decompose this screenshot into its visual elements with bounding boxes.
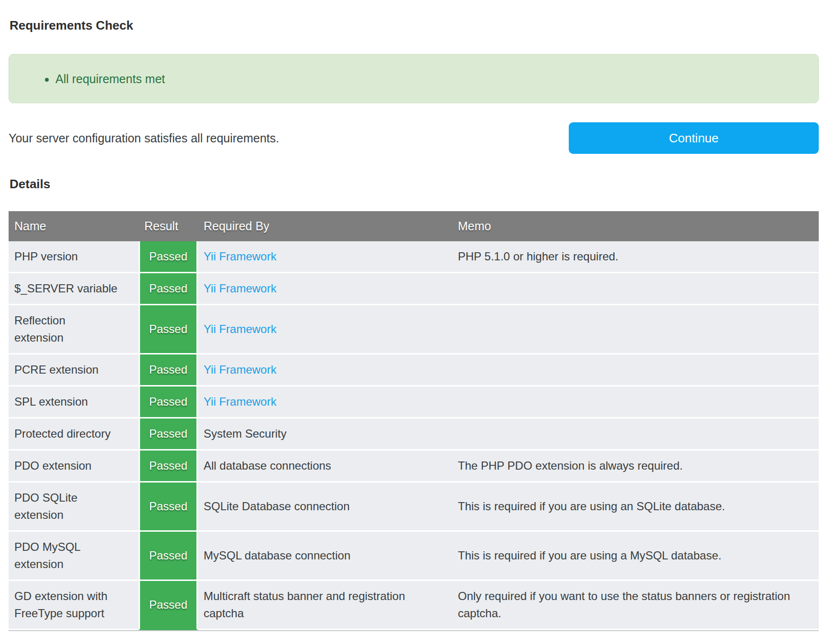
result-badge: Passed (139, 532, 198, 581)
required-by: MySQL database connection (204, 549, 350, 562)
column-header-result: Result (139, 211, 198, 241)
memo (452, 305, 819, 354)
column-header-name: Name (9, 211, 139, 241)
result-badge: Passed (139, 483, 198, 532)
memo (452, 354, 819, 386)
requirement-name: PHP version (9, 241, 139, 273)
required-by: Multicraft status banner and registratio… (204, 590, 405, 620)
summary-text: Your server configuration satisfies all … (9, 131, 279, 145)
required-by-link[interactable]: Yii Framework (204, 395, 276, 408)
required-by: All database connections (204, 459, 331, 472)
table-row: PDO SQLiteextension Passed SQLite Databa… (9, 483, 819, 532)
result-badge: Passed (139, 305, 198, 354)
column-header-required-by: Required By (198, 211, 452, 241)
memo: Only required if you want to use the sta… (452, 581, 819, 630)
table-row: Reflectionextension Passed Yii Framework (9, 305, 819, 354)
requirement-name: PCRE extension (9, 354, 139, 386)
requirement-name: GD extension withFreeType support (9, 581, 139, 630)
result-badge: Passed (139, 241, 198, 273)
requirement-name: Protected directory (9, 419, 139, 451)
result-badge: Passed (139, 451, 198, 483)
table-row: PDO extension Passed All database connec… (9, 451, 819, 483)
required-by: System Security (204, 427, 286, 440)
summary-row: Your server configuration satisfies all … (9, 122, 819, 154)
column-header-memo: Memo (452, 211, 819, 241)
result-badge: Passed (139, 354, 198, 386)
result-badge: Passed (139, 386, 198, 419)
table-row: $_SERVER variable Passed Yii Framework (9, 273, 819, 305)
alert-item: All requirements met (55, 71, 165, 86)
table-bottom-hairline (9, 630, 819, 631)
table-row: PCRE extension Passed Yii Framework (9, 354, 819, 386)
table-header: Name Result Required By Memo (9, 211, 819, 241)
continue-button[interactable]: Continue (569, 122, 819, 154)
required-by-link[interactable]: Yii Framework (204, 282, 276, 295)
table-row: PDO MySQLextension Passed MySQL database… (9, 532, 819, 581)
required-by-link[interactable]: Yii Framework (204, 250, 276, 263)
table-row: GD extension withFreeType support Passed… (9, 581, 819, 630)
required-by-link[interactable]: Yii Framework (204, 322, 276, 335)
requirement-name: PDO SQLiteextension (9, 483, 139, 532)
memo (452, 386, 819, 419)
table-row: Protected directory Passed System Securi… (9, 419, 819, 451)
required-by-link[interactable]: Yii Framework (204, 363, 276, 376)
requirement-name: PDO MySQLextension (9, 532, 139, 581)
alert-list: All requirements met (9, 71, 165, 86)
result-badge: Passed (139, 581, 198, 630)
table-header-row: Name Result Required By Memo (9, 211, 819, 241)
result-badge: Passed (139, 419, 198, 451)
success-alert: All requirements met (9, 54, 819, 103)
result-badge: Passed (139, 273, 198, 305)
required-by: SQLite Database connection (204, 500, 350, 513)
memo (452, 419, 819, 451)
requirement-name: PDO extension (9, 451, 139, 483)
requirements-table-body: PHP version Passed Yii Framework PHP 5.1… (9, 241, 819, 630)
details-heading: Details (10, 177, 819, 191)
page-title: Requirements Check (10, 18, 819, 32)
memo (452, 273, 819, 305)
table-row: PHP version Passed Yii Framework PHP 5.1… (9, 241, 819, 273)
memo: This is required if you are using a MySQ… (452, 532, 819, 581)
memo: The PHP PDO extension is always required… (452, 451, 819, 483)
memo: PHP 5.1.0 or higher is required. (452, 241, 819, 273)
table-row: SPL extension Passed Yii Framework (9, 386, 819, 419)
requirement-name: $_SERVER variable (9, 273, 139, 305)
requirements-check-page: Requirements Check All requirements met … (0, 18, 824, 641)
requirement-name: SPL extension (9, 386, 139, 419)
requirements-table: Name Result Required By Memo PHP version… (9, 211, 819, 630)
memo: This is required if you are using an SQL… (452, 483, 819, 532)
requirement-name: Reflectionextension (9, 305, 139, 354)
